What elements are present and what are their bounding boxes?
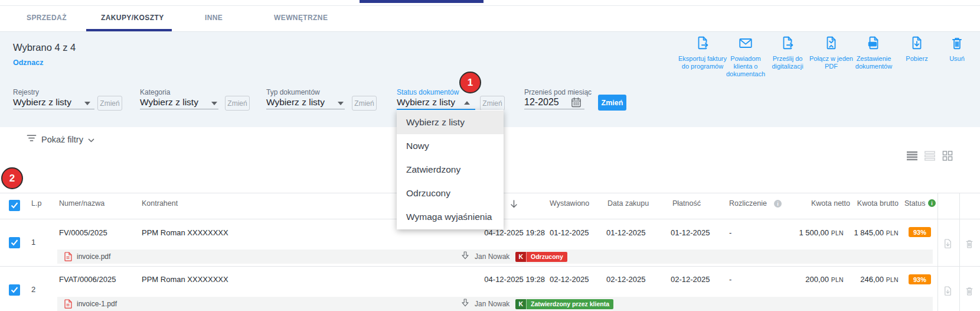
row-download-icon[interactable]	[942, 238, 953, 250]
chevron-up-icon	[464, 98, 470, 105]
filter-label-status: Status dokumentów	[397, 88, 459, 96]
divider	[524, 109, 584, 109]
envelope-icon	[738, 43, 753, 53]
row-trash-icon[interactable]	[964, 238, 975, 250]
export-invoice-icon	[695, 43, 710, 53]
status-dokumentow-select[interactable]: Wybierz z listy	[397, 97, 455, 108]
list-view-icon[interactable]	[925, 151, 935, 161]
divider	[959, 193, 960, 311]
row-settlement: -	[729, 275, 731, 284]
status-dropdown-menu: Wybierz z listy Nowy Zatwierdzony Odrzuc…	[397, 110, 504, 229]
row-contractor: PPM Roman XXXXXXXX	[142, 275, 228, 284]
rejestry-select[interactable]: Wybierz z listy	[13, 97, 71, 108]
column-header-lp: L.p	[31, 199, 41, 208]
row-net-amount: 1 500,00 PLN	[799, 228, 844, 237]
client-status-badge: KZatwierdzony przez klienta	[515, 299, 613, 309]
status-percent-badge: 93%	[909, 227, 931, 237]
kategoria-change-button[interactable]: Zmień	[225, 96, 250, 111]
svg-text:XLS: XLS	[869, 43, 876, 46]
column-header-gross: Kwota brutto	[857, 199, 899, 208]
attachment-meta: Jan Nowak KZatwierdzony przez klienta	[462, 299, 613, 309]
tab-zakupy-koszty[interactable]: ZAKUPY/KOSZTY	[101, 14, 164, 22]
row-issued-date: 02-12-2025	[550, 275, 589, 284]
attachment-filename[interactable]: invoice.pdf	[77, 252, 110, 261]
dropdown-option-zatwierdzony[interactable]: Zatwierdzony	[397, 158, 504, 182]
info-icon-green[interactable]: i	[928, 199, 936, 207]
row-trash-icon[interactable]	[964, 285, 975, 297]
annotation-badge-1: 1	[459, 72, 481, 93]
info-icon[interactable]: i	[774, 200, 782, 208]
status-percent-badge: 93%	[909, 274, 931, 284]
row-gross-amount: 1 845,00 PLN	[854, 228, 899, 237]
row-download-icon[interactable]	[942, 285, 953, 297]
tab-inne[interactable]: INNE	[205, 14, 223, 22]
filter-label-typ: Typ dokumentów	[266, 88, 320, 96]
upper-tab-indicator	[360, 0, 484, 3]
xls-document-icon: XLS	[866, 43, 881, 53]
delete-button[interactable]: Usuń	[932, 35, 980, 63]
month-field[interactable]: 12-2025	[524, 97, 559, 108]
sort-descending-icon[interactable]	[510, 200, 518, 210]
send-document-icon	[780, 43, 795, 53]
row-net-amount: 200,00 PLN	[805, 275, 844, 284]
tab-wewnetrzne[interactable]: WEWNĘTRZNE	[274, 14, 328, 22]
dropdown-option-odrzucony[interactable]: Odrzucony	[397, 182, 504, 205]
attachment-filename[interactable]: invoice-1.pdf	[77, 300, 117, 308]
row-payment-date: 02-12-2025	[671, 275, 710, 284]
pdf-file-icon	[64, 252, 72, 261]
row-index: 2	[31, 285, 35, 294]
dense-list-view-icon[interactable]	[907, 151, 917, 161]
row-purchase-date: 02-12-2025	[606, 275, 646, 284]
view-toggles	[907, 151, 953, 161]
filter-label-rejestry: Rejestry	[13, 88, 39, 96]
divider	[0, 5, 980, 6]
chevron-down-icon	[338, 102, 344, 108]
divider	[140, 109, 218, 109]
column-header-status: Status	[904, 199, 925, 208]
show-filters-toggle[interactable]: Pokaż filtry	[27, 134, 94, 145]
documents-page: SPRZEDAŻ ZAKUPY/KOSZTY INNE WEWNĘTRZNE W…	[0, 0, 980, 311]
attachment-bar: invoice-1.pdf Jan Nowak KZatwierdzony pr…	[57, 297, 933, 311]
show-filters-label: Pokaż filtry	[41, 135, 83, 144]
row-checkbox[interactable]	[9, 284, 20, 296]
row-added-date: 04-12-2025 19:28	[484, 228, 545, 237]
column-header-payment: Płatność	[672, 199, 701, 208]
status-change-button[interactable]: Zmień	[480, 96, 505, 111]
row-payment-date: 01-12-2025	[671, 228, 710, 237]
typ-change-button[interactable]: Zmień	[352, 96, 377, 111]
arrow-down-outline-icon	[462, 299, 469, 309]
typ-dokumentow-select[interactable]: Wybierz z listy	[266, 97, 325, 108]
attachment-user: Jan Nowak	[475, 252, 509, 261]
row-document-number[interactable]: FVAT/0006/2025	[59, 275, 116, 284]
filter-icon	[27, 134, 37, 145]
row-purchase-date: 01-12-2025	[606, 228, 646, 237]
column-header-issued: Wystawiono	[550, 199, 589, 208]
deselect-link[interactable]: Odznacz	[13, 59, 43, 67]
selection-count: Wybrano 4 z 4	[13, 42, 76, 53]
column-header-contractor: Kontrahent	[142, 199, 178, 208]
row-contractor: PPM Roman XXXXXXXX	[142, 228, 228, 237]
action-label: Usuń	[932, 55, 980, 63]
row-document-number[interactable]: FV/0005/2025	[59, 228, 107, 237]
kategoria-select[interactable]: Wybierz z listy	[140, 97, 198, 108]
chevron-down-icon	[211, 102, 217, 108]
filter-label-kategoria: Kategoria	[140, 88, 170, 96]
dropdown-option-wybierz[interactable]: Wybierz z listy	[397, 111, 504, 134]
row-issued-date: 01-12-2025	[550, 228, 589, 237]
attachment-bar: invoice.pdf Jan Nowak KOdrzucony	[57, 250, 933, 264]
month-change-button[interactable]: Zmień	[598, 95, 626, 111]
merge-pdf-icon	[824, 43, 839, 53]
row-checkbox[interactable]	[9, 237, 20, 248]
arrow-down-outline-icon	[462, 251, 469, 262]
dropdown-option-nowy[interactable]: Nowy	[397, 134, 504, 158]
row-index: 1	[31, 238, 35, 247]
row-settlement: -	[729, 228, 731, 237]
download-document-icon	[909, 43, 925, 53]
chevron-down-icon	[88, 134, 94, 145]
dropdown-option-wymaga[interactable]: Wymaga wyjaśnienia	[397, 205, 504, 229]
row-gross-amount: 246,00 PLN	[860, 275, 899, 284]
select-all-checkbox[interactable]	[9, 200, 20, 211]
tab-sprzedaz[interactable]: SPRZEDAŻ	[27, 14, 67, 22]
grid-view-icon[interactable]	[942, 151, 953, 161]
rejestry-change-button[interactable]: Zmień	[97, 96, 122, 111]
